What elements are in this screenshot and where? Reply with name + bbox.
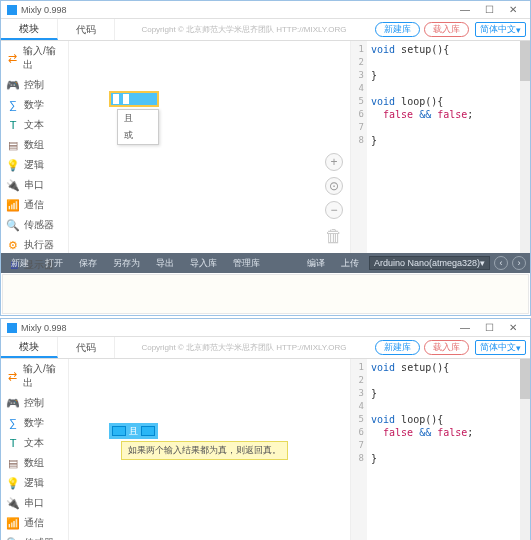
load-library-button[interactable]: 载入库 [424,340,469,355]
scroll-thumb[interactable] [520,359,530,399]
code-token: false [371,109,413,120]
serial-icon: 🔌 [7,179,19,191]
sidebar-item-control[interactable]: 🎮控制 [1,75,68,95]
new-library-button[interactable]: 新建库 [375,340,420,355]
maximize-button[interactable]: ☐ [478,3,500,17]
code-token: setup [395,362,431,373]
code-token: loop [395,96,425,107]
close-button[interactable]: ✕ [502,3,524,17]
sidebar-item-math[interactable]: ∑数学 [1,95,68,115]
vertical-scrollbar[interactable] [520,41,530,253]
actuator-icon: ⚙ [7,239,19,251]
next-button[interactable]: › [512,256,526,270]
save-button[interactable]: 保存 [73,255,103,272]
array-icon: ▤ [7,457,19,469]
scroll-thumb[interactable] [520,41,530,81]
block-tooltip: 如果两个输入结果都为真，则返回真。 [121,441,288,460]
sidebar-item-serial[interactable]: 🔌串口 [1,493,68,513]
sidebar-item-array[interactable]: ▤数组 [1,453,68,473]
line-number: 5 [351,413,364,426]
workspace[interactable]: 且 如果两个输入结果都为真，则返回真。 [69,359,350,540]
console-area[interactable] [2,274,529,314]
board-select[interactable]: Arduino Nano(atmega328) ▾ [369,256,490,270]
prev-button[interactable]: ‹ [494,256,508,270]
io-icon: ⇄ [7,52,18,64]
tab-blocks[interactable]: 模块 [1,337,58,358]
menu-item-and[interactable]: 且 [118,110,158,127]
sidebar-item-comm[interactable]: 📶通信 [1,195,68,215]
maximize-button[interactable]: ☐ [478,321,500,335]
line-number: 4 [351,82,364,95]
close-button[interactable]: ✕ [502,321,524,335]
sidebar-item-math[interactable]: ∑数学 [1,413,68,433]
logic-block[interactable] [109,91,159,107]
sidebar-item-actuator[interactable]: ⚙执行器 [1,235,68,255]
sidebar-item-text[interactable]: T文本 [1,433,68,453]
sidebar-item-label: 逻辑 [24,158,44,172]
code-token: ; [467,109,473,120]
sidebar-item-text[interactable]: T文本 [1,115,68,135]
load-library-button[interactable]: 载入库 [424,22,469,37]
block-slot[interactable] [112,426,126,436]
trash-icon[interactable]: 🗑 [324,225,344,247]
open-button[interactable]: 打开 [39,255,69,272]
export-button[interactable]: 导出 [150,255,180,272]
workspace[interactable]: 且 或 + ⊙ − 🗑 [69,41,350,253]
math-icon: ∑ [7,99,19,111]
code-token: void [371,96,395,107]
zoom-out-button[interactable]: − [325,201,343,219]
language-select[interactable]: 简体中文 ▾ [475,340,526,355]
control-icon: 🎮 [7,79,19,91]
sidebar-item-label: 输入/输出 [23,44,62,72]
block-slot[interactable] [141,426,155,436]
array-icon: ▤ [7,139,19,151]
compile-button[interactable]: 编译 [301,255,331,272]
bottombar: 新建 打开 保存 另存为 导出 导入库 管理库 编译 上传 Arduino Na… [1,253,530,273]
zoom-reset-button[interactable]: ⊙ [325,177,343,195]
board-label: Arduino Nano(atmega328) [374,258,480,268]
block-slot[interactable] [123,94,129,104]
sidebar-item-comm[interactable]: 📶通信 [1,513,68,533]
tab-blocks[interactable]: 模块 [1,19,58,40]
control-icon: 🎮 [7,397,19,409]
code-token: && [413,427,437,438]
code-panel: 1 2 3 4 5 6 7 8 void setup(){ } void loo… [350,359,530,540]
sidebar-item-control[interactable]: 🎮控制 [1,393,68,413]
new-library-button[interactable]: 新建库 [375,22,420,37]
code-area[interactable]: void setup(){ } void loop(){ false && fa… [367,359,520,540]
zoom-in-button[interactable]: + [325,153,343,171]
upload-button[interactable]: 上传 [335,255,365,272]
language-select[interactable]: 简体中文 ▾ [475,22,526,37]
code-area[interactable]: void setup(){ } void loop(){ false && fa… [367,41,520,253]
logic-block[interactable]: 且 [109,423,158,439]
code-token: && [413,109,437,120]
minimize-button[interactable]: — [454,321,476,335]
sidebar-item-sensor[interactable]: 🔍传感器 [1,215,68,235]
line-number: 1 [351,361,364,374]
line-number: 1 [351,43,364,56]
titlebar: Mixly 0.998 — ☐ ✕ [1,1,530,19]
tab-code[interactable]: 代码 [58,337,115,358]
sidebar-item-sensor[interactable]: 🔍传感器 [1,533,68,540]
io-icon: ⇄ [7,370,18,382]
sidebar-item-array[interactable]: ▤数组 [1,135,68,155]
sidebar-item-logic[interactable]: 💡逻辑 [1,155,68,175]
vertical-scrollbar[interactable] [520,359,530,540]
sidebar-item-logic[interactable]: 💡逻辑 [1,473,68,493]
sidebar-item-label: 通信 [24,516,44,530]
managelib-button[interactable]: 管理库 [227,255,266,272]
titlebar: Mixly 0.998 — ☐ ✕ [1,319,530,337]
sidebar-item-label: 传感器 [24,536,54,540]
tab-code[interactable]: 代码 [58,19,115,40]
sidebar-item-serial[interactable]: 🔌串口 [1,175,68,195]
saveas-button[interactable]: 另存为 [107,255,146,272]
minimize-button[interactable]: — [454,3,476,17]
new-button[interactable]: 新建 [5,255,35,272]
menu-item-or[interactable]: 或 [118,127,158,144]
importlib-button[interactable]: 导入库 [184,255,223,272]
sidebar-item-label: 传感器 [24,218,54,232]
sidebar-item-io[interactable]: ⇄输入/输出 [1,359,68,393]
sidebar-item-label: 数学 [24,98,44,112]
block-slot[interactable] [113,94,119,104]
sidebar-item-io[interactable]: ⇄输入/输出 [1,41,68,75]
